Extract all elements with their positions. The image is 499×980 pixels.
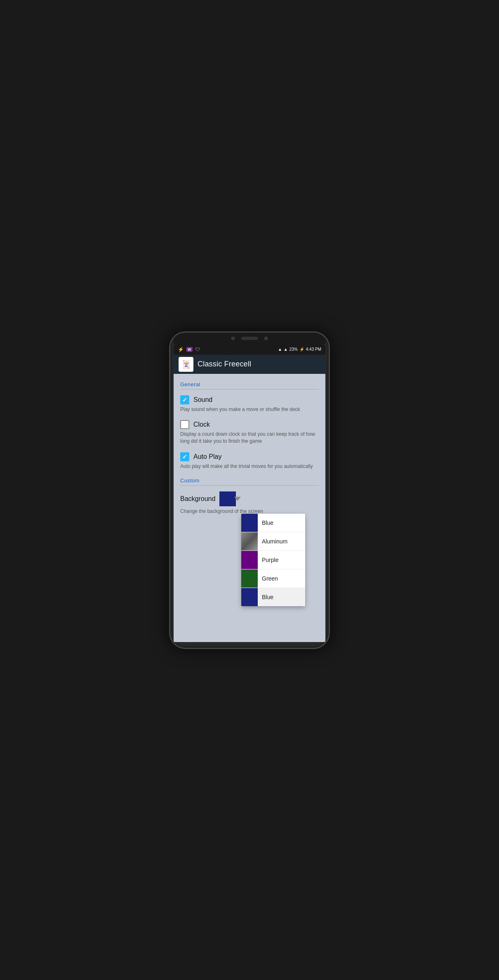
battery-percent: 23% xyxy=(290,347,298,352)
top-hardware xyxy=(174,333,325,344)
autoplay-checkbox[interactable] xyxy=(180,452,189,461)
color-swatch-blue-bottom xyxy=(241,588,258,606)
dropdown-arrow-icon xyxy=(234,497,241,501)
section-custom: Custom xyxy=(180,474,319,486)
app-icon-image: 🃏 xyxy=(179,357,193,372)
color-swatch-purple xyxy=(241,551,258,569)
app-toolbar: 🃏 Classic Freecell xyxy=(174,355,325,374)
dropdown-label-blue-top: Blue xyxy=(258,520,273,526)
shield-icon: 🛡 xyxy=(195,347,200,352)
app-icon: 🃏 xyxy=(179,357,193,372)
wifi-icon: ▲ xyxy=(278,347,282,352)
dropdown-item-green[interactable]: Green xyxy=(241,569,305,588)
setting-sound-title-row: Sound xyxy=(180,395,319,404)
usb-icon: ⚡ xyxy=(178,347,184,352)
dropdown-item-aluminum[interactable]: Aluminum xyxy=(241,532,305,551)
setting-sound: Sound Play sound when you make a move or… xyxy=(180,392,319,417)
camera-dot xyxy=(231,337,235,340)
speaker-grille xyxy=(241,337,258,340)
sound-description: Play sound when you make a move or shuff… xyxy=(180,406,319,416)
word-badge: W xyxy=(186,347,193,352)
phone-frame: ⚡ W 🛡 ▲ ▲ 23% ⚡ 4:43 PM 🃏 Classic Freece… xyxy=(169,331,330,649)
clock-checkbox[interactable] xyxy=(180,420,189,429)
battery-charging-icon: ⚡ xyxy=(299,347,304,352)
setting-clock: Clock Display a count down clock so that… xyxy=(180,417,319,449)
background-dropdown-menu[interactable]: Blue Aluminum Purple Green xyxy=(241,514,305,606)
autoplay-description: Auto play will make all the trivial move… xyxy=(180,463,319,472)
setting-clock-title-row: Clock xyxy=(180,420,319,429)
sound-label: Sound xyxy=(193,396,212,404)
sound-checkbox[interactable] xyxy=(180,395,189,404)
clock-label: Clock xyxy=(193,421,210,428)
autoplay-label: Auto Play xyxy=(193,453,221,460)
app-title: Classic Freecell xyxy=(198,360,251,368)
dropdown-item-blue-bottom[interactable]: Blue xyxy=(241,588,305,606)
color-swatch-green xyxy=(241,569,258,588)
dropdown-label-purple: Purple xyxy=(258,557,278,563)
status-bar: ⚡ W 🛡 ▲ ▲ 23% ⚡ 4:43 PM xyxy=(174,344,325,355)
section-general: General xyxy=(180,378,319,390)
color-swatch-blue-top xyxy=(241,514,258,532)
background-dropdown[interactable] xyxy=(219,491,236,506)
status-left-icons: ⚡ W 🛡 xyxy=(178,347,200,352)
selected-color-swatch xyxy=(219,491,236,506)
dropdown-item-purple[interactable]: Purple xyxy=(241,551,305,569)
dropdown-label-green: Green xyxy=(258,575,278,582)
background-label: Background xyxy=(180,495,215,503)
setting-autoplay-title-row: Auto Play xyxy=(180,452,319,461)
signal-icon: ▲ xyxy=(284,347,288,352)
color-swatch-aluminum xyxy=(241,532,258,550)
setting-background: Background Change the background of the … xyxy=(180,488,319,519)
dropdown-item-blue-top[interactable]: Blue xyxy=(241,514,305,532)
dropdown-label-aluminum: Aluminum xyxy=(258,538,287,545)
status-right-icons: ▲ ▲ 23% ⚡ 4:43 PM xyxy=(278,347,321,352)
phone-screen: ⚡ W 🛡 ▲ ▲ 23% ⚡ 4:43 PM 🃏 Classic Freece… xyxy=(174,344,325,642)
background-row: Background xyxy=(180,491,319,506)
setting-autoplay: Auto Play Auto play will make all the tr… xyxy=(180,449,319,474)
settings-content[interactable]: General Sound Play sound when you make a… xyxy=(174,374,325,642)
clock-description: Display a count down clock so that you c… xyxy=(180,431,319,447)
dropdown-label-blue-bottom: Blue xyxy=(258,594,273,600)
clock: 4:43 PM xyxy=(306,347,321,352)
front-camera xyxy=(264,337,268,340)
